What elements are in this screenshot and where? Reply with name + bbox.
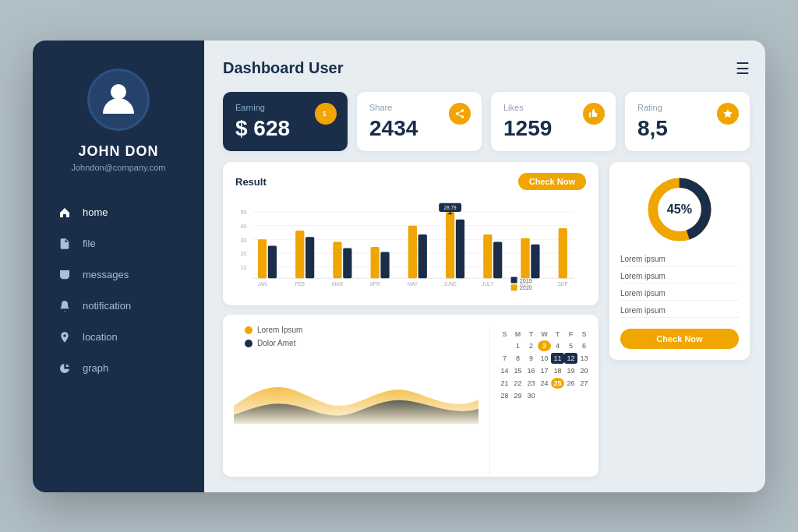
thumbsup-icon	[583, 103, 605, 125]
svg-rect-30	[380, 252, 389, 279]
menu-icon[interactable]: ☰	[736, 59, 750, 78]
area-chart-card: Lorem Ipsum Dolor Amet	[223, 315, 598, 476]
charts-col: Result Check Now 50 40 30 20 10	[223, 162, 598, 476]
svg-rect-38	[483, 234, 492, 278]
svg-text:40: 40	[240, 223, 246, 230]
svg-rect-41	[531, 245, 539, 278]
cal-cell[interactable]: 2	[524, 340, 538, 351]
cal-cell-selected[interactable]: 25	[551, 378, 564, 389]
cal-cell[interactable]: 14	[498, 365, 511, 376]
cal-cell[interactable]: 30	[524, 390, 538, 401]
user-icon	[100, 79, 137, 120]
cal-cell[interactable]: 27	[577, 378, 591, 389]
cal-cell[interactable]: 6	[577, 340, 591, 351]
sidebar-label-graph: graph	[83, 362, 108, 374]
header-row: Dashboard User ☰	[223, 59, 750, 78]
cal-cell[interactable]: 9	[524, 353, 538, 364]
svg-text:APR: APR	[370, 281, 381, 287]
cal-cell[interactable]: 28	[498, 390, 511, 401]
svg-rect-27	[333, 242, 341, 279]
sidebar-item-graph[interactable]: graph	[33, 353, 204, 384]
dollar-icon: $	[315, 103, 337, 125]
svg-rect-42	[559, 228, 567, 278]
svg-point-2	[461, 109, 464, 112]
cal-cell[interactable]: 10	[538, 353, 551, 364]
svg-rect-25	[295, 231, 304, 278]
cal-cell[interactable]: 24	[538, 378, 551, 389]
page-title: Dashboard User	[223, 59, 344, 77]
cal-cell[interactable]: 1	[511, 340, 524, 351]
cal-cell[interactable]: 26	[564, 378, 577, 389]
cal-cell[interactable]: 16	[524, 365, 538, 376]
share-icon	[449, 103, 471, 125]
svg-text:JULY: JULY	[482, 281, 494, 287]
svg-rect-23	[258, 240, 267, 279]
cal-cell[interactable]: 23	[524, 378, 538, 389]
cal-cell[interactable]: 18	[551, 365, 564, 376]
svg-rect-31	[408, 226, 417, 279]
dashboard-wrapper: JOHN DON Johndon@company.com home file m…	[33, 41, 765, 492]
cal-cell	[538, 390, 551, 401]
bar-chart-svg: 50 40 30 20 10	[235, 196, 586, 298]
svg-rect-33	[446, 212, 454, 278]
svg-text:MAR: MAR	[332, 281, 344, 287]
cal-cell[interactable]: 4	[551, 340, 564, 351]
user-name: JOHN DON	[78, 143, 158, 160]
cal-cell[interactable]: 29	[511, 390, 524, 401]
legend-dot-orange	[245, 326, 252, 334]
cal-cell[interactable]: 15	[511, 365, 524, 376]
sidebar-item-messages[interactable]: messages	[33, 259, 204, 291]
svg-text:MAY: MAY	[408, 281, 418, 287]
donut-card: 45% Lorem ipsum Lorem ipsum Lorem ipsum …	[609, 162, 750, 360]
cal-cell[interactable]: 7	[498, 353, 511, 364]
star-icon	[717, 103, 739, 125]
legend-item-0: Lorem Ipsum	[245, 326, 468, 334]
sidebar-item-file[interactable]: file	[33, 228, 204, 259]
avatar	[87, 69, 150, 131]
cal-cell[interactable]: 17	[538, 365, 551, 376]
svg-text:10: 10	[240, 264, 246, 271]
svg-marker-7	[723, 109, 733, 118]
area-chart-inner: Lorem Ipsum Dolor Amet	[223, 326, 489, 476]
svg-text:SEP: SEP	[558, 281, 568, 287]
location-icon	[58, 330, 72, 344]
cal-cell[interactable]: 13	[577, 353, 591, 364]
svg-point-0	[111, 84, 126, 100]
svg-text:45%: 45%	[667, 202, 692, 216]
cal-cell-range-start[interactable]: 11	[551, 353, 564, 364]
check-now-bottom-button[interactable]: Check Now	[620, 329, 739, 349]
svg-point-3	[456, 112, 459, 115]
svg-line-6	[458, 111, 461, 112]
cal-cell[interactable]: 22	[511, 378, 524, 389]
cal-cell[interactable]: 19	[564, 365, 577, 376]
svg-rect-32	[418, 234, 427, 278]
svg-rect-29	[371, 247, 380, 278]
cal-cell[interactable]: 5	[564, 340, 577, 351]
sidebar-label-home: home	[83, 206, 108, 218]
svg-point-4	[461, 115, 464, 118]
sidebar-item-home[interactable]: home	[33, 197, 204, 228]
area-chart-svg	[234, 361, 478, 432]
sidebar: JOHN DON Johndon@company.com home file m…	[33, 41, 204, 492]
sidebar-item-notification[interactable]: notification	[33, 291, 204, 322]
cal-cell[interactable]: 8	[511, 353, 524, 364]
lorem-item-0: Lorem ipsum	[620, 252, 739, 266]
chart-title: Result	[235, 176, 267, 188]
cal-cell[interactable]: 20	[577, 365, 591, 376]
donut-svg: 45%	[644, 174, 715, 245]
calendar-grid: 1 2 3 4 5 6 7 8 9 10 11 12 13	[498, 340, 591, 401]
svg-rect-39	[493, 242, 502, 279]
sidebar-label-notification: notification	[83, 300, 131, 312]
cal-cell-today[interactable]: 3	[538, 340, 551, 351]
chart-header: Result Check Now	[235, 173, 586, 190]
sidebar-item-location[interactable]: location	[33, 322, 204, 353]
check-now-button[interactable]: Check Now	[518, 173, 586, 190]
messages-icon	[58, 268, 72, 282]
cal-cell-range[interactable]: 12	[564, 353, 577, 364]
svg-rect-34	[456, 220, 464, 279]
cal-cell[interactable]: 21	[498, 378, 511, 389]
bar-chart-area: 50 40 30 20 10	[235, 196, 586, 298]
cal-cell[interactable]	[498, 340, 511, 351]
lorem-list: Lorem ipsum Lorem ipsum Lorem ipsum Lore…	[620, 252, 739, 318]
main-content: Dashboard User ☰ Earning $ 628 $ Share 2…	[204, 41, 765, 492]
